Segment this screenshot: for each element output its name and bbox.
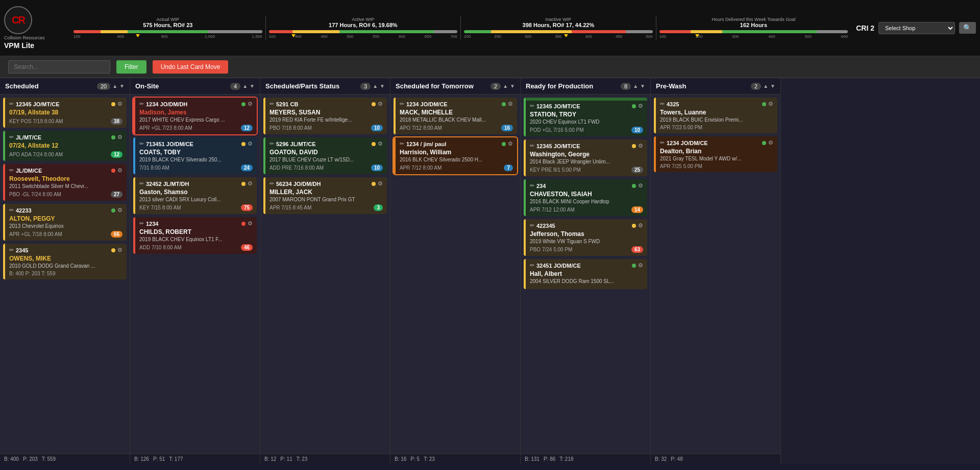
sort-asc-scheduled[interactable]: ▲ (112, 83, 117, 89)
app-title: VPM Lite (4, 41, 34, 50)
sort-asc-scheduled-parts[interactable]: ▲ (373, 83, 378, 89)
card-settings-btn[interactable]: ⚙ (117, 134, 122, 140)
active-wip-labels: 100400450500550600650700 (269, 34, 458, 39)
card-edit-btn[interactable]: ✏ (139, 220, 144, 227)
footer-t: T: 559 (42, 456, 56, 462)
card-edit-btn[interactable]: ✏ (660, 139, 665, 146)
sort-asc-on-site[interactable]: ▲ (242, 83, 248, 89)
status-dot (111, 208, 115, 213)
header-search-button[interactable]: 🔍 (959, 22, 976, 34)
list-item[interactable]: ✏ 713451 JO/DM/CE ⚙ COATS, TOBY 2019 BLA… (133, 137, 257, 174)
sort-asc-ready-production[interactable]: ▲ (633, 83, 638, 89)
list-item[interactable]: ✏ 1234 JO/DM/DH ⚙ Madison, James 2017 WH… (133, 98, 257, 134)
card-vehicle: 2021 Gray TESL Model Y AWD w/... (660, 156, 773, 161)
footer-t: T: 23 (424, 456, 435, 462)
card-settings-btn[interactable]: ⚙ (248, 220, 253, 227)
card-date: APR 7/12 8:00 AM (400, 165, 442, 171)
card-name: Washington, George (530, 151, 643, 158)
card-settings-btn[interactable]: ⚙ (638, 262, 643, 269)
list-item[interactable]: ✏ 12345 JO/MT/CE ⚙ Washington, George 20… (524, 139, 647, 176)
card-settings-btn[interactable]: ⚙ (508, 140, 513, 147)
card-settings-btn[interactable]: ⚙ (378, 140, 383, 147)
card-edit-btn[interactable]: ✏ (139, 180, 144, 187)
sort-desc-scheduled-parts[interactable]: ▼ (380, 83, 385, 89)
filter-button[interactable]: Filter (116, 60, 146, 74)
list-item[interactable]: ✏ 1234 / jim/ paul ⚙ Harrision, William … (394, 137, 517, 174)
card-edit-btn[interactable]: ✏ (9, 207, 14, 214)
list-item[interactable]: ✏ 2345 ⚙ OWENS, MIKE 2010 GOLD DODG Gran… (3, 244, 127, 279)
card-settings-btn[interactable]: ⚙ (638, 143, 643, 149)
card-settings-btn[interactable]: ⚙ (117, 167, 122, 174)
card-settings-btn[interactable]: ⚙ (378, 180, 383, 187)
sort-desc-scheduled-tomorrow[interactable]: ▼ (510, 83, 515, 89)
card-edit-btn[interactable]: ✏ (530, 182, 534, 189)
card-edit-btn[interactable]: ✏ (400, 101, 404, 107)
list-item[interactable]: ✏ 5291 CB ⚙ MEYERS, SUSAN 2019 RED KIA F… (263, 98, 387, 134)
list-item[interactable]: ✏ 4325 ⚙ Towers, Luanne 2019 BLACK BUIC … (654, 98, 777, 133)
card-settings-btn[interactable]: ⚙ (248, 140, 253, 147)
card-edit-btn[interactable]: ✏ (270, 101, 274, 107)
list-item[interactable]: ✏ 1234 JO/DM/CE ⚙ Dealton, Brian 2021 Gr… (654, 136, 777, 172)
card-id: 56234 JO/DM/DH (276, 181, 321, 187)
card-header: ✏ 32452 JL/MT/DH ⚙ (139, 180, 253, 187)
card-edit-btn[interactable]: ✏ (270, 180, 274, 187)
list-item[interactable]: ✏ 422345 ⚙ Jefferson, Thomas 2019 White … (524, 219, 647, 256)
card-settings-btn[interactable]: ⚙ (638, 222, 643, 229)
card-settings-btn[interactable]: ⚙ (248, 101, 253, 107)
card-edit-btn[interactable]: ✏ (270, 140, 274, 147)
card-name: OWENS, MIKE (9, 255, 122, 262)
actual-wip-arrow (136, 34, 140, 37)
sort-desc-ready-production[interactable]: ▼ (640, 83, 645, 89)
card-settings-btn[interactable]: ⚙ (768, 101, 773, 107)
sort-desc-on-site[interactable]: ▼ (250, 83, 255, 89)
card-settings-btn[interactable]: ⚙ (768, 139, 773, 146)
card-edit-btn[interactable]: ✏ (9, 101, 14, 107)
hours-goal-arrow (695, 34, 699, 37)
list-item[interactable]: ✏ 12345 JO/MT/CE ⚙ 07/19, Allstate 38 KE… (3, 98, 127, 128)
column-pre-wash: Pre-Wash 2 ▲ ▼ ✏ 4325 ⚙ Towers, Luanne 2… (651, 78, 781, 464)
column-header-pre-wash: Pre-Wash 2 ▲ ▼ (651, 78, 780, 95)
list-item[interactable]: ✏ 32452 JL/MT/DH ⚙ Gaston, Shamso 2013 s… (133, 177, 257, 214)
card-settings-btn[interactable]: ⚙ (378, 101, 383, 107)
card-settings-btn[interactable]: ⚙ (638, 103, 643, 109)
card-edit-btn[interactable]: ✏ (530, 143, 534, 149)
sort-desc-scheduled[interactable]: ▼ (119, 83, 125, 89)
card-edit-btn[interactable]: ✏ (530, 222, 534, 229)
card-settings-btn[interactable]: ⚙ (117, 207, 122, 214)
card-settings-btn[interactable]: ⚙ (117, 101, 122, 107)
card-edit-btn[interactable]: ✏ (400, 140, 404, 147)
card-edit-btn[interactable]: ✏ (9, 167, 14, 174)
card-edit-btn[interactable]: ✏ (9, 247, 14, 253)
status-dot (241, 222, 246, 226)
list-item[interactable]: ✏ 1234 ⚙ CHILDS, ROBERT 2019 BLACK CHEV … (133, 217, 257, 254)
card-id: 1234 JO/DM/CE (667, 140, 708, 146)
card-settings-btn[interactable]: ⚙ (638, 182, 643, 189)
card-edit-btn[interactable]: ✏ (9, 134, 14, 140)
card-edit-btn[interactable]: ✏ (139, 140, 144, 147)
list-item[interactable]: ✏ 56234 JO/DM/DH ⚙ MILLER, JACK 2007 MAR… (263, 177, 387, 214)
list-item[interactable]: ✏ 5296 JL/MT/CE ⚙ GOATON, DAVID 2017 BLU… (263, 137, 387, 174)
sort-asc-scheduled-tomorrow[interactable]: ▲ (503, 83, 508, 89)
card-edit-btn[interactable]: ✏ (530, 103, 534, 109)
shop-select[interactable]: Select Shop (878, 22, 955, 34)
search-input[interactable] (8, 60, 110, 74)
sort-asc-pre-wash[interactable]: ▲ (763, 83, 768, 89)
list-item[interactable]: ✏ 32451 JO/DM/CE ⚙ Hall, Albert 2004 SIL… (524, 259, 647, 289)
list-item[interactable]: ✏ 1234 JO/DM/CE ⚙ MACK, MICHELLE 2018 ME… (394, 98, 517, 134)
list-item[interactable]: ✏ 42233 ⚙ ALTON, PEGGY 2013 Chevrolet Eq… (3, 204, 127, 241)
card-settings-btn[interactable]: ⚙ (248, 180, 253, 187)
card-date: ADD 7/10 8:00 AM (139, 245, 182, 250)
list-item[interactable]: ✏ JL/DM/CE ⚙ Roosevelt, Theodore 2011 Sw… (3, 164, 127, 201)
card-id: 713451 JO/DM/CE (146, 141, 193, 147)
footer-t: T: 23 (297, 456, 308, 462)
card-edit-btn[interactable]: ✏ (530, 262, 534, 269)
list-item[interactable]: ✏ JL/MT/CE ⚙ 07/24, Allstate 12 APO ADA … (3, 131, 127, 161)
list-item[interactable]: ✏ 234 ⚙ CHAVESTON, ISAIAH 2016 BLACK MIN… (524, 179, 647, 216)
card-edit-btn[interactable]: ✏ (660, 101, 665, 107)
undo-button[interactable]: Undo Last Card Move (153, 60, 229, 74)
sort-desc-pre-wash[interactable]: ▼ (770, 83, 775, 89)
list-item[interactable]: ✏ 12345 JO/MT/CE ⚙ STATION, TROY 2020 CH… (524, 98, 647, 136)
card-edit-btn[interactable]: ✏ (139, 101, 144, 107)
card-settings-btn[interactable]: ⚙ (117, 247, 122, 253)
card-settings-btn[interactable]: ⚙ (508, 101, 513, 107)
